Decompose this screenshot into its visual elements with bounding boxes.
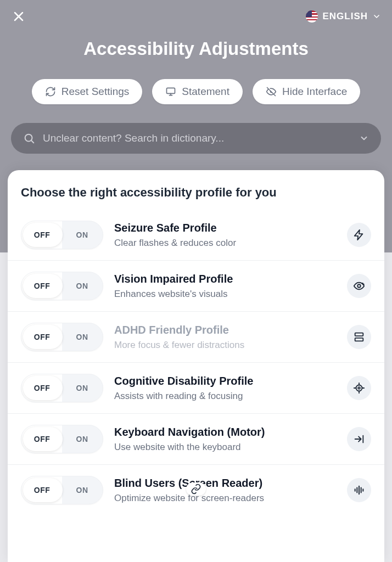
toggle-off-label: OFF bbox=[21, 333, 63, 341]
profile-list: OFFONSeizure Safe ProfileClear flashes &… bbox=[8, 210, 384, 515]
chevron-down-icon bbox=[372, 12, 381, 21]
profile-info: Vision Impaired ProfileEnhances website'… bbox=[114, 273, 336, 300]
toggle-off-label: OFF bbox=[21, 486, 63, 494]
close-icon bbox=[12, 10, 25, 23]
svg-rect-6 bbox=[355, 338, 363, 341]
profile-name: Blind Users (Screen Reader) bbox=[114, 477, 336, 490]
profile-row: OFFONKeyboard Navigation (Motor)Use webs… bbox=[8, 414, 384, 465]
search-icon bbox=[23, 132, 35, 144]
card-heading: Choose the right accessibility profile f… bbox=[8, 186, 384, 210]
statement-button[interactable]: Statement bbox=[152, 79, 243, 104]
profile-description: Clear flashes & reduces color bbox=[114, 238, 336, 249]
profile-info: Cognitive Disability ProfileAssists with… bbox=[114, 375, 336, 402]
toggle-on-label: ON bbox=[61, 231, 103, 239]
svg-point-4 bbox=[363, 284, 364, 285]
svg-rect-0 bbox=[167, 88, 175, 93]
bolt-icon bbox=[347, 223, 371, 247]
svg-point-2 bbox=[357, 284, 361, 288]
profile-toggle[interactable]: OFFON bbox=[21, 425, 103, 453]
close-button[interactable] bbox=[11, 9, 26, 24]
profile-description: Assists with reading & focusing bbox=[114, 391, 336, 402]
svg-point-1 bbox=[25, 134, 32, 142]
profile-toggle[interactable]: OFFON bbox=[21, 374, 103, 402]
split-icon bbox=[347, 325, 371, 349]
profile-name: Cognitive Disability Profile bbox=[114, 375, 336, 387]
profile-info: Keyboard Navigation (Motor)Use website w… bbox=[114, 426, 336, 453]
toggle-off-label: OFF bbox=[21, 435, 63, 443]
profile-name: ADHD Friendly Profile bbox=[114, 324, 336, 336]
profile-info: Seizure Safe ProfileClear flashes & redu… bbox=[114, 222, 336, 249]
tab-icon bbox=[347, 427, 371, 451]
toggle-on-label: ON bbox=[61, 486, 103, 494]
profile-toggle[interactable]: OFFON bbox=[21, 323, 103, 351]
audio-icon bbox=[347, 478, 371, 502]
language-selector[interactable]: ENGLISH bbox=[306, 10, 381, 23]
eye-icon bbox=[347, 274, 371, 298]
top-bar: ENGLISH bbox=[0, 0, 392, 24]
svg-point-7 bbox=[356, 385, 362, 391]
profile-info: Blind Users (Screen Reader)Optimize webs… bbox=[114, 477, 336, 504]
page-title: Accessibility Adjustments bbox=[0, 38, 392, 59]
hide-interface-button[interactable]: Hide Interface bbox=[253, 79, 360, 104]
reset-label: Reset Settings bbox=[61, 86, 130, 98]
toggle-off-label: OFF bbox=[21, 282, 63, 290]
toggle-on-label: ON bbox=[61, 435, 103, 443]
hide-icon bbox=[266, 86, 277, 97]
profile-info: ADHD Friendly ProfileMore focus & fewer … bbox=[114, 324, 336, 351]
action-buttons: Reset Settings Statement Hide Interface bbox=[0, 79, 392, 104]
profile-toggle[interactable]: OFFON bbox=[21, 272, 103, 300]
statement-icon bbox=[165, 86, 176, 97]
hide-label: Hide Interface bbox=[282, 86, 347, 98]
profile-row: OFFONCognitive Disability ProfileAssists… bbox=[8, 363, 384, 414]
profile-name: Keyboard Navigation (Motor) bbox=[114, 426, 336, 439]
reset-settings-button[interactable]: Reset Settings bbox=[32, 79, 143, 104]
toggle-on-label: ON bbox=[61, 282, 103, 290]
profile-row: OFFONSeizure Safe ProfileClear flashes &… bbox=[8, 210, 384, 261]
toggle-on-label: ON bbox=[61, 333, 103, 341]
profile-row: OFFONVision Impaired ProfileEnhances web… bbox=[8, 261, 384, 312]
profiles-card: Choose the right accessibility profile f… bbox=[8, 170, 384, 562]
search-input[interactable] bbox=[43, 132, 351, 144]
profile-row: OFFONADHD Friendly ProfileMore focus & f… bbox=[8, 312, 384, 363]
profile-name: Vision Impaired Profile bbox=[114, 273, 336, 285]
reset-icon bbox=[45, 86, 56, 97]
svg-point-8 bbox=[358, 387, 360, 389]
dictionary-search[interactable] bbox=[11, 123, 381, 154]
statement-label: Statement bbox=[182, 86, 229, 98]
toggle-on-label: ON bbox=[61, 384, 103, 392]
toggle-off-label: OFF bbox=[21, 384, 63, 392]
flag-us-icon bbox=[306, 10, 318, 23]
profile-row: OFFONBlind Users (Screen Reader)Optimize… bbox=[8, 465, 384, 515]
target-icon bbox=[347, 376, 371, 400]
profile-description: Optimize website for screen-readers bbox=[114, 493, 336, 504]
profile-description: Use website with the keyboard bbox=[114, 442, 336, 453]
svg-point-3 bbox=[362, 283, 363, 284]
toggle-off-label: OFF bbox=[21, 231, 63, 239]
profile-name: Seizure Safe Profile bbox=[114, 222, 336, 234]
profile-description: Enhances website's visuals bbox=[114, 289, 336, 300]
profile-description: More focus & fewer distractions bbox=[114, 340, 336, 351]
chevron-down-icon[interactable] bbox=[359, 133, 369, 143]
svg-rect-5 bbox=[355, 333, 363, 336]
language-label: ENGLISH bbox=[322, 11, 368, 22]
profile-toggle[interactable]: OFFON bbox=[21, 476, 103, 504]
profile-toggle[interactable]: OFFON bbox=[21, 221, 103, 249]
